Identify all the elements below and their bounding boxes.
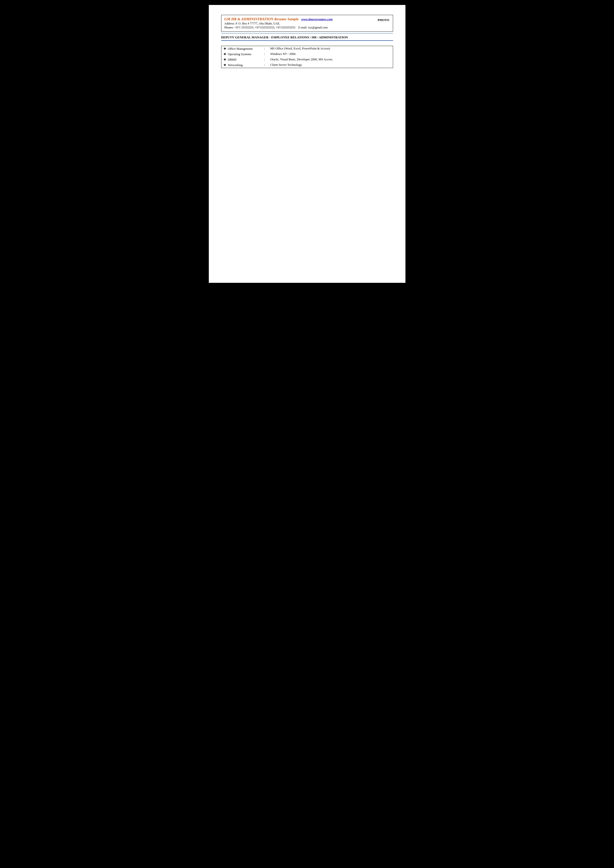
job-title-section: DEPUTY GENERAL MANAGER - EMPLOYEE RELATI… [221,36,393,41]
resume-title: GM HR & ADMINISTRATION Resume Sample [224,17,299,21]
skill-separator-4: : [261,62,268,68]
header-title-row: GM HR & ADMINISTRATION Resume Sample www… [224,17,390,21]
diamond-icon: ❖ [224,63,226,67]
skill-separator-1: : [261,46,268,52]
skill-bullet-2: ❖ Operating Systems [221,51,261,57]
email-label: E-mail: [298,26,307,29]
skill-separator-3: : [261,57,268,62]
skill-bullet-4: ❖ Networking [221,62,261,68]
skills-table: ❖ Office Management : MS Office (Word, E… [221,46,393,68]
skill-category-2: Operating Systems [228,53,252,56]
website-link[interactable]: www.timesresumes.com [301,17,333,21]
header-section: GM HR & ADMINISTRATION Resume Sample www… [221,15,393,32]
job-title: DEPUTY GENERAL MANAGER - EMPLOYEE RELATI… [221,36,393,39]
table-row: ❖ Operating Systems : Windows NT / 2000. [221,51,393,57]
phones-label: Phones: [224,26,234,29]
skill-category-4: Networking [228,64,243,67]
skill-bullet-1: ❖ Office Management [221,46,261,52]
address-label: Address: [224,22,235,25]
skills-section: ❖ Office Management : MS Office (Word, E… [221,46,393,68]
skill-value-2: Windows NT / 2000. [268,51,393,57]
diamond-icon: ❖ [224,52,226,56]
diamond-icon: ❖ [224,47,226,51]
phones-line: Phones: +971 55555555; +971555555555; +9… [224,26,390,29]
skill-value-4: Client Server Technology [268,62,393,68]
table-row: ❖ Networking : Client Server Technology [221,62,393,68]
skill-value-3: Oracle, Visual Basic, Developer 2000, MS… [268,57,393,62]
skill-bullet-3: ❖ DBMS [221,57,261,62]
content-area: ❖ Office Management : MS Office (Word, E… [221,46,393,169]
resume-page: GM HR & ADMINISTRATION Resume Sample www… [209,5,406,283]
email-value: xyz@gmail.com [308,26,328,29]
address-value: P. O. Box # 77777, Abu Dhabi, UAE. [236,22,280,25]
phones-value: +971 55555555; +971555555555; +971555555… [235,26,295,29]
skill-category-1: Office Management [228,47,253,51]
table-row: ❖ DBMS : Oracle, Visual Basic, Developer… [221,57,393,62]
address-line: Address: P. O. Box # 77777, Abu Dhabi, U… [224,22,390,25]
table-row: ❖ Office Management : MS Office (Word, E… [221,46,393,52]
skill-separator-2: : [261,51,268,57]
skill-category-3: DBMS [228,58,236,61]
photo-placeholder: PHOTO [378,18,389,22]
skill-value-1: MS Office (Word, Excel, PowerPoint & Acc… [268,46,393,52]
diamond-icon: ❖ [224,57,226,61]
